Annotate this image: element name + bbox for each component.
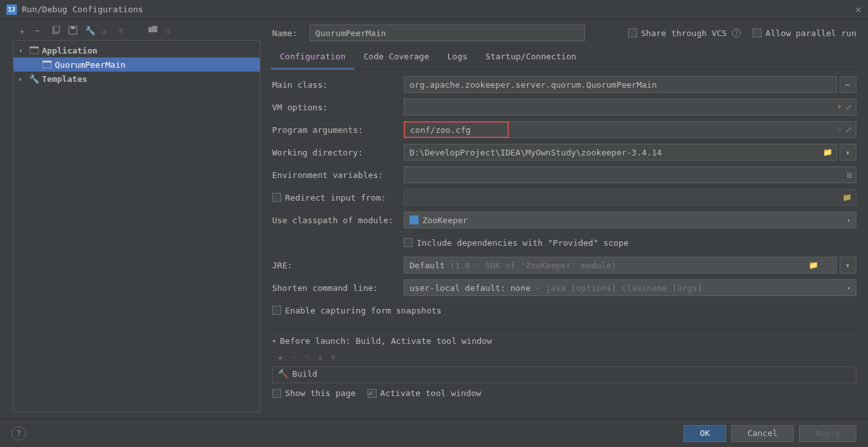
parallel-run-label: Allow parallel run bbox=[765, 28, 856, 38]
snapshot-checkbox[interactable] bbox=[272, 306, 281, 315]
main-class-input[interactable]: org.apache.zookeeper.server.quorum.Quoru… bbox=[404, 76, 837, 93]
folder-icon[interactable] bbox=[148, 26, 157, 35]
redirect-input-field: 📁 bbox=[404, 189, 856, 206]
copy-icon[interactable] bbox=[52, 26, 61, 35]
name-label: Name: bbox=[272, 28, 302, 38]
vm-options-input[interactable]: + ⤢ bbox=[404, 99, 856, 115]
share-vcs-label: Share through VCS bbox=[641, 28, 727, 38]
shorten-hint: - java [options] classname [args] bbox=[536, 283, 702, 293]
tree-node-quorumpeermain[interactable]: QuorumPeerMain bbox=[14, 57, 260, 72]
parallel-run-checkbox[interactable] bbox=[753, 28, 762, 37]
wrench-icon[interactable]: 🔧 bbox=[85, 26, 94, 35]
plus-icon[interactable]: + bbox=[837, 103, 842, 112]
help-icon[interactable]: ? bbox=[12, 426, 26, 441]
svg-rect-5 bbox=[30, 46, 39, 48]
expand-icon[interactable]: ⤢ bbox=[845, 125, 852, 134]
jre-hint: (1.8 - SDK of 'ZooKeeper' module) bbox=[450, 261, 616, 270]
tab-logs[interactable]: Logs bbox=[439, 48, 477, 69]
module-icon bbox=[409, 215, 419, 224]
application-icon bbox=[29, 46, 39, 55]
name-input[interactable] bbox=[310, 25, 585, 41]
tab-code-coverage[interactable]: Code Coverage bbox=[355, 48, 439, 69]
activate-label: Activate tool window bbox=[380, 388, 482, 398]
collapse-arrow-icon[interactable]: ▾ bbox=[272, 337, 276, 344]
expand-arrow-icon[interactable]: ▾ bbox=[19, 47, 26, 54]
jre-dropdown[interactable]: Default (1.8 - SDK of 'ZooKeeper' module… bbox=[404, 257, 837, 273]
classpath-value: ZooKeeper bbox=[422, 215, 468, 225]
folder-icon[interactable]: 📁 bbox=[809, 261, 818, 270]
browse-main-class-button[interactable]: ⋯ bbox=[840, 76, 856, 93]
svg-rect-3 bbox=[71, 26, 75, 29]
chevron-down-icon: ▾ bbox=[847, 284, 851, 292]
tree-node-application[interactable]: ▾ Application bbox=[14, 43, 260, 57]
redirect-input-checkbox[interactable] bbox=[272, 193, 281, 202]
window-title: Run/Debug Configurations bbox=[22, 5, 143, 14]
jre-label: JRE: bbox=[272, 261, 404, 270]
sort-icon: ⇅ bbox=[165, 26, 174, 35]
expand-arrow-icon[interactable]: ▸ bbox=[19, 75, 26, 83]
chevron-down-icon: ▾ bbox=[847, 217, 851, 224]
program-args-input-rest[interactable]: + ⤢ bbox=[509, 121, 856, 138]
include-provided-checkbox[interactable] bbox=[404, 238, 413, 247]
shorten-dropdown[interactable]: user-local default: none - java [options… bbox=[404, 279, 856, 296]
show-page-checkbox[interactable] bbox=[272, 389, 281, 398]
build-item-label: Build bbox=[292, 369, 317, 379]
vm-options-label: VM options: bbox=[272, 103, 404, 112]
cancel-button[interactable]: Cancel bbox=[731, 425, 794, 442]
redirect-input-row: Redirect input from: bbox=[272, 193, 404, 203]
working-dir-value: D:\DevelopProject\IDEA\MyOwnStudy\zookee… bbox=[409, 148, 662, 157]
left-panel: ＋ − 🔧 ▲ ▼ ⇅ ▾ Application QuorumPeerMain… bbox=[0, 19, 261, 419]
before-launch-toolbar: ＋ − ✎ ▲ ▼ bbox=[272, 351, 856, 365]
divider bbox=[272, 329, 856, 330]
remove-icon: − bbox=[292, 352, 297, 364]
svg-rect-1 bbox=[54, 26, 59, 32]
program-args-value: conf/zoo.cfg bbox=[410, 125, 471, 135]
config-tree: ▾ Application QuorumPeerMain ▸ 🔧 Templat… bbox=[13, 40, 261, 412]
folder-icon[interactable]: 📁 bbox=[823, 148, 833, 157]
right-panel: Name: Share through VCS ? Allow parallel… bbox=[261, 19, 868, 419]
wrench-icon: 🔧 bbox=[29, 74, 39, 83]
plus-icon[interactable]: + bbox=[837, 125, 842, 134]
shorten-value: user-local default: none bbox=[409, 283, 531, 293]
list-item[interactable]: 🔨 Build bbox=[273, 367, 856, 381]
save-icon[interactable] bbox=[68, 26, 77, 35]
help-icon[interactable]: ? bbox=[732, 28, 741, 37]
up-icon: ▲ bbox=[318, 352, 323, 364]
add-icon[interactable]: ＋ bbox=[276, 352, 284, 364]
program-args-input[interactable]: conf/zoo.cfg bbox=[404, 121, 509, 138]
app-logo-icon: IJ bbox=[6, 5, 17, 15]
tree-node-templates[interactable]: ▸ 🔧 Templates bbox=[14, 72, 260, 86]
tab-configuration[interactable]: Configuration bbox=[271, 48, 355, 70]
remove-icon[interactable]: − bbox=[35, 26, 44, 35]
before-launch-list: 🔨 Build bbox=[272, 366, 856, 383]
config-toolbar: ＋ − 🔧 ▲ ▼ ⇅ bbox=[5, 23, 261, 40]
expand-icon[interactable]: ⤢ bbox=[845, 103, 852, 112]
share-vcs-checkbox[interactable] bbox=[628, 28, 637, 37]
working-dir-input[interactable]: D:\DevelopProject\IDEA\MyOwnStudy\zookee… bbox=[404, 144, 837, 161]
classpath-dropdown[interactable]: ZooKeeper ▾ bbox=[404, 212, 856, 228]
before-launch-header: Before launch: Build, Activate tool wind… bbox=[280, 336, 492, 346]
tree-label: QuorumPeerMain bbox=[55, 60, 126, 70]
jre-dropdown-button[interactable]: ▾ bbox=[840, 257, 856, 273]
edit-icon: ✎ bbox=[305, 352, 310, 364]
add-icon[interactable]: ＋ bbox=[18, 26, 27, 35]
up-icon: ▲ bbox=[102, 26, 111, 35]
working-dir-dropdown-button[interactable]: ▾ bbox=[840, 144, 856, 161]
ok-button[interactable]: OK bbox=[684, 425, 726, 442]
env-vars-input[interactable]: ▤ bbox=[404, 166, 856, 183]
apply-button[interactable]: Apply bbox=[799, 425, 856, 442]
include-provided-label: Include dependencies with "Provided" sco… bbox=[417, 238, 629, 248]
application-icon bbox=[42, 60, 52, 69]
close-icon[interactable]: ✕ bbox=[855, 3, 862, 15]
main-class-label: Main class: bbox=[272, 80, 404, 90]
list-icon[interactable]: ▤ bbox=[847, 170, 852, 179]
tab-bar: Configuration Code Coverage Logs Startup… bbox=[271, 48, 858, 70]
footer: ? OK Cancel Apply bbox=[0, 419, 868, 447]
tab-startup-connection[interactable]: Startup/Connection bbox=[477, 48, 586, 69]
program-args-label: Program arguments: bbox=[272, 125, 404, 135]
main-class-value: org.apache.zookeeper.server.quorum.Quoru… bbox=[409, 80, 657, 90]
tree-label: Templates bbox=[42, 74, 87, 84]
activate-tool-window-checkbox[interactable] bbox=[368, 389, 377, 398]
svg-rect-7 bbox=[43, 61, 52, 63]
shorten-label: Shorten command line: bbox=[272, 283, 404, 293]
